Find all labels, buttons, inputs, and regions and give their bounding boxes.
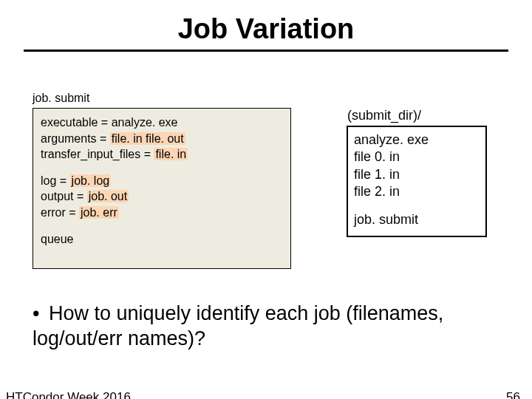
highlight: file. in — [154, 148, 188, 160]
code-text: arguments = — [41, 132, 110, 145]
slide: Job Variation job. submit executable = a… — [0, 13, 532, 399]
dir-item: file 1. in — [354, 166, 480, 183]
code-text: log = — [41, 174, 70, 187]
dir-item: job. submit — [354, 211, 480, 228]
highlight: job. err — [79, 206, 119, 219]
code-line: arguments = file. in file. out — [41, 131, 283, 147]
code-line: error = job. err — [41, 205, 283, 221]
submit-dir-label: (submit_dir)/ — [347, 108, 421, 123]
highlight: job. log — [70, 174, 112, 187]
code-block-2: log = job. log output = job. out error =… — [41, 173, 283, 221]
slide-title: Job Variation — [0, 13, 532, 45]
bullet-dot: • — [33, 301, 49, 327]
code-text: transfer_input_files = — [41, 148, 154, 160]
spacer — [354, 201, 480, 211]
highlight: file. in file. out — [110, 132, 185, 145]
code-line: transfer_input_files = file. in — [41, 146, 283, 163]
title-rule — [24, 50, 508, 52]
code-text: output = — [41, 190, 87, 202]
dir-item: file 0. in — [354, 149, 480, 166]
page-number: 56 — [506, 390, 520, 399]
code-text: queue — [41, 233, 74, 245]
dir-item: analyze. exe — [354, 132, 480, 149]
highlight: job. out — [87, 190, 129, 202]
code-line: executable = analyze. exe — [41, 115, 283, 131]
footer-left: HTCondor Week 2016 — [6, 390, 131, 399]
code-block-1: executable = analyze. exe arguments = fi… — [41, 115, 283, 163]
bullet-content: How to uniquely identify each job (filen… — [33, 302, 443, 349]
code-line: log = job. log — [41, 173, 283, 189]
submit-dir-box: analyze. exe file 0. in file 1. in file … — [347, 126, 487, 237]
code-line: output = job. out — [41, 188, 283, 205]
code-text: error = — [41, 206, 79, 219]
dir-item: file 2. in — [354, 183, 480, 200]
code-line: queue — [41, 231, 283, 248]
submit-file-box: executable = analyze. exe arguments = fi… — [33, 108, 291, 269]
submit-file-label: job. submit — [33, 92, 89, 105]
bullet-text: •How to uniquely identify each job (file… — [33, 301, 499, 352]
code-text: executable = analyze. exe — [41, 116, 177, 129]
